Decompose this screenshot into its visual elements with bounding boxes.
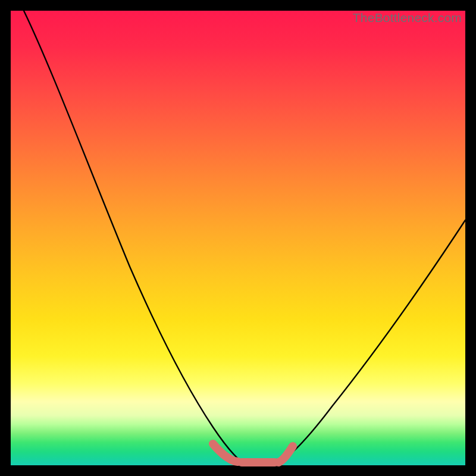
right-curve	[280, 220, 465, 462]
plot-area: TheBottleneck.com	[11, 11, 465, 465]
curve-layer	[11, 11, 465, 465]
left-curve	[24, 11, 242, 462]
chart-frame: TheBottleneck.com	[0, 0, 476, 476]
valley-marker	[213, 444, 293, 462]
